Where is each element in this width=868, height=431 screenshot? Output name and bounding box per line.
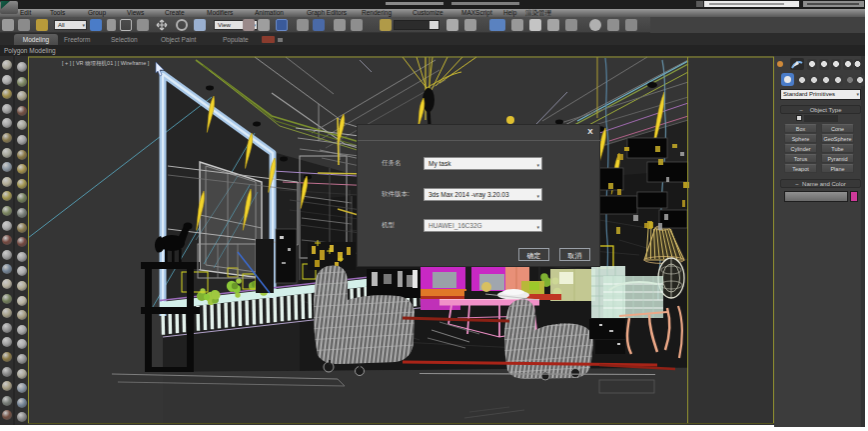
svg-text:[ + ] [ VR 物理相机01 ] [ Wirefram: [ + ] [ VR 物理相机01 ] [ Wireframe ] (62, 60, 150, 67)
